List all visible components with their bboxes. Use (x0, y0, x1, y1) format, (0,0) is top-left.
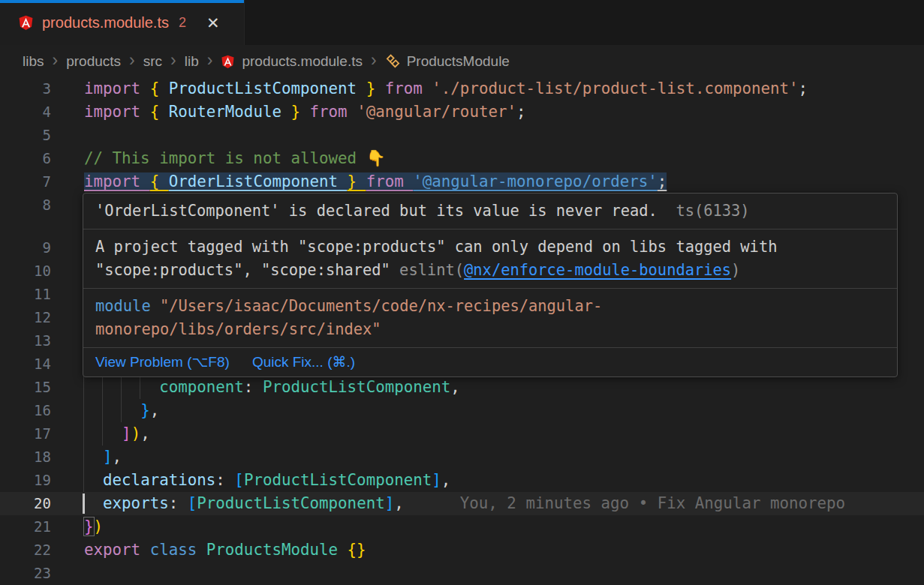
code-line-4[interactable]: 4import { RouterModule } from '@angular/… (0, 100, 924, 124)
code-line-6[interactable]: 6// This import is not allowed 👇 (0, 147, 924, 170)
hover-eslint-diagnostic: A project tagged with "scope:products" c… (83, 230, 897, 289)
ts-error-source (667, 202, 676, 220)
line-number-9[interactable]: 9 (0, 236, 51, 260)
token: ] (385, 494, 395, 512)
line-number-4[interactable]: 4 (0, 100, 51, 124)
line-number-18[interactable]: 18 (0, 446, 51, 469)
token: class (150, 541, 206, 559)
line-number-6[interactable]: 6 (0, 147, 51, 170)
line-number-13[interactable]: 13 (0, 329, 51, 352)
code-line-7[interactable]: 7import { OrderListComponent } from '@an… (0, 170, 924, 194)
token: : (169, 494, 188, 512)
eslint-source-prefix: eslint( (390, 261, 464, 279)
code-line-3[interactable]: 3import { ProductListComponent } from '.… (0, 77, 924, 100)
token (84, 494, 103, 512)
token: ProductListComponent (263, 378, 450, 396)
class-symbol-icon (385, 53, 401, 69)
token: import (84, 80, 150, 98)
token: } (140, 401, 150, 419)
line-number-15[interactable]: 15 (0, 376, 51, 399)
module-path-part1: "/Users/isaac/Documents/code/nx-recipes/… (151, 297, 603, 315)
breadcrumb-item-products[interactable]: products (66, 53, 121, 70)
token: from (385, 80, 432, 98)
token: ; (799, 80, 808, 98)
line-content-16: }, (84, 399, 924, 422)
token: ] (122, 424, 131, 442)
line-number-14[interactable]: 14 (0, 352, 51, 376)
line-number-10[interactable]: 10 (0, 260, 51, 283)
breadcrumb-item-lib[interactable]: lib (185, 53, 199, 70)
code-line-23[interactable]: 23 (0, 562, 924, 585)
eslint-rule-link[interactable]: @nx/enforce-module-boundaries (464, 261, 731, 279)
line-number-23[interactable]: 23 (0, 562, 51, 585)
code-line-21[interactable]: 21}) (0, 515, 924, 538)
indent-guide (121, 399, 122, 422)
eslint-source-suffix: ) (731, 261, 740, 279)
line-content-22: export class ProductsModule {} (84, 538, 924, 562)
line-content-18: ], (84, 446, 924, 469)
indent-guide (102, 422, 103, 446)
eslint-message-line2: "scope:products", "scope:shared" eslint(… (95, 259, 885, 282)
quick-fix-button[interactable]: Quick Fix... (⌘.) (252, 352, 355, 372)
token: 👇 (366, 149, 386, 167)
chevron-right-icon: › (170, 52, 176, 71)
token (84, 448, 103, 466)
token: , (450, 378, 460, 396)
indent-guide (83, 469, 84, 492)
token: } (84, 518, 94, 536)
line-number-12[interactable]: 12 (0, 306, 51, 329)
code-line-22[interactable]: 22export class ProductsModule {} (0, 538, 924, 562)
eslint-message-line1: A project tagged with "scope:products" c… (95, 236, 885, 259)
indent-guide (121, 376, 122, 399)
line-number-17[interactable]: 17 (0, 422, 51, 446)
view-problem-button[interactable]: View Problem (⌥F8) (95, 352, 230, 372)
token: from (310, 103, 357, 121)
line-number-21[interactable]: 21 (0, 515, 51, 538)
code-editor[interactable]: 3import { ProductListComponent } from '.… (0, 77, 924, 585)
close-icon[interactable]: ✕ (206, 15, 220, 31)
line-number-19[interactable]: 19 (0, 469, 51, 492)
token: , (113, 448, 122, 466)
token: : (215, 471, 234, 489)
token: : (244, 378, 263, 396)
tab-problem-badge: 2 (179, 15, 186, 31)
line-content-23 (84, 562, 924, 585)
breadcrumb-item-src[interactable]: src (143, 53, 162, 70)
code-line-20[interactable]: 20 exports: [ProductListComponent],You, … (0, 492, 924, 515)
token: } (366, 80, 385, 98)
line-number-3[interactable]: 3 (0, 77, 51, 100)
chevron-right-icon: › (129, 52, 135, 71)
token: ] (432, 471, 441, 489)
breadcrumb-item-file[interactable]: products.module.ts (221, 53, 363, 70)
text-cursor (83, 494, 85, 514)
code-line-5[interactable]: 5 (0, 124, 924, 147)
token: [ (234, 471, 244, 489)
line-number-22[interactable]: 22 (0, 538, 51, 562)
breadcrumb-file-label: products.module.ts (242, 53, 363, 70)
token: { (150, 172, 169, 190)
line-number-11[interactable]: 11 (0, 283, 51, 306)
token: from (366, 172, 414, 190)
code-line-19[interactable]: 19 declarations: [ProductListComponent], (0, 469, 924, 492)
line-number-7[interactable]: 7 (0, 170, 51, 194)
hover-ts-diagnostic: 'OrderListComponent' is declared but its… (83, 194, 897, 230)
line-number-8[interactable]: 8 (0, 194, 51, 217)
line-number-5[interactable]: 5 (0, 124, 51, 147)
token: ) (131, 424, 141, 442)
code-line-16[interactable]: 16 }, (0, 399, 924, 422)
code-line-18[interactable]: 18 ], (0, 446, 924, 469)
breadcrumb-item-libs[interactable]: libs (23, 53, 44, 70)
hover-module-info: module "/Users/isaac/Documents/code/nx-r… (83, 289, 897, 348)
tab-products-module[interactable]: products.module.ts 2 ✕ (0, 0, 245, 45)
token: ProductListComponent (244, 471, 432, 489)
code-line-15[interactable]: 15 component: ProductListComponent, (0, 376, 924, 399)
indent-guide (83, 399, 84, 422)
angular-icon (18, 14, 34, 31)
line-number-20[interactable]: 20 (0, 492, 51, 515)
chevron-right-icon: › (371, 52, 377, 71)
line-number-16[interactable]: 16 (0, 399, 51, 422)
code-line-17[interactable]: 17 ]), (0, 422, 924, 446)
token (84, 401, 140, 419)
token: } (348, 172, 366, 190)
breadcrumb-item-symbol[interactable]: ProductsModule (385, 53, 510, 70)
